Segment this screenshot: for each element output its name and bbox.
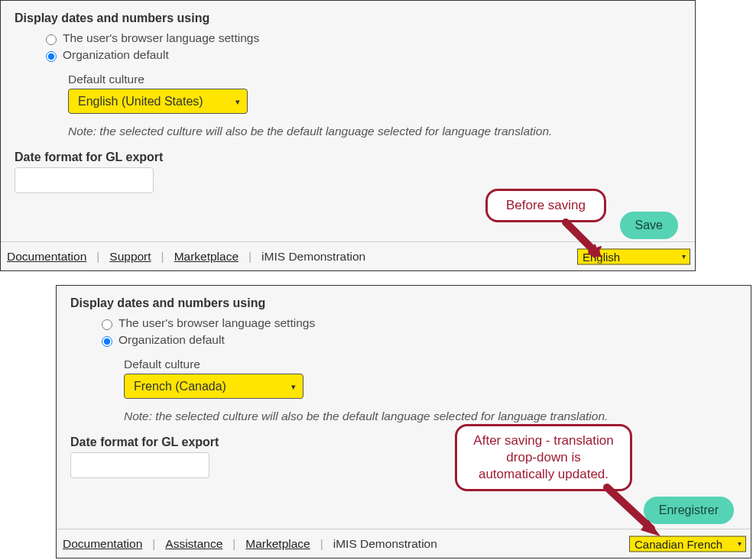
callout-text: Before saving xyxy=(506,197,586,214)
default-culture-label: Default culture xyxy=(124,348,751,374)
radio-browser-label: The user's browser language settings xyxy=(63,31,259,45)
footer-demo-text: iMIS Demonstration xyxy=(258,250,365,264)
radio-browser-label: The user's browser language settings xyxy=(118,316,315,330)
culture-note: Note: the selected culture will also be … xyxy=(57,399,751,423)
footer-link-support[interactable]: Assistance xyxy=(162,537,226,551)
footer-link-support[interactable]: Support xyxy=(106,250,154,264)
default-culture-label: Default culture xyxy=(68,63,695,89)
culture-note: Note: the selected culture will also be … xyxy=(1,114,695,138)
callout-after-saving: After saving - translation drop-down is … xyxy=(455,424,632,491)
default-culture-select-wrap[interactable]: English (United States) xyxy=(68,89,248,114)
divider: | xyxy=(89,250,106,264)
footer-link-marketplace[interactable]: Marketplace xyxy=(171,250,242,264)
display-heading: Display dates and numbers using xyxy=(1,1,695,30)
save-button[interactable]: Save xyxy=(620,212,678,239)
footer-link-marketplace[interactable]: Marketplace xyxy=(242,537,313,551)
radio-org-default-label: Organization default xyxy=(118,333,225,347)
display-heading: Display dates and numbers using xyxy=(57,286,751,315)
radio-browser-row[interactable]: The user's browser language settings xyxy=(1,30,695,47)
gl-export-input[interactable] xyxy=(15,167,154,193)
default-culture-select[interactable]: English (United States) xyxy=(68,89,248,114)
default-culture-select-wrap[interactable]: French (Canada) xyxy=(124,374,303,399)
default-culture-select[interactable]: French (Canada) xyxy=(124,374,303,399)
radio-org-default[interactable] xyxy=(102,336,112,347)
callout-pointer-icon xyxy=(557,221,610,259)
gl-export-label: Date format for GL export xyxy=(57,423,751,452)
divider: | xyxy=(145,537,162,551)
radio-org-default-label: Organization default xyxy=(63,48,169,62)
divider: | xyxy=(154,250,171,264)
gl-export-label: Date format for GL export xyxy=(1,138,695,167)
gl-export-input[interactable] xyxy=(70,452,209,478)
callout-text: After saving - translation drop-down is … xyxy=(473,433,613,481)
footer-demo-text: iMIS Demonstration xyxy=(330,537,437,551)
radio-browser-row[interactable]: The user's browser language settings xyxy=(57,315,751,332)
divider: | xyxy=(242,250,258,264)
footer-link-documentation[interactable]: Documentation xyxy=(4,250,89,264)
divider: | xyxy=(226,537,242,551)
footer-link-documentation[interactable]: Documentation xyxy=(60,537,145,551)
radio-org-default[interactable] xyxy=(46,51,57,62)
radio-org-default-row[interactable]: Organization default xyxy=(57,332,751,348)
radio-browser-settings[interactable] xyxy=(102,319,112,330)
callout-pointer-icon xyxy=(598,486,667,539)
callout-before-saving: Before saving xyxy=(485,189,606,222)
radio-org-default-row[interactable]: Organization default xyxy=(1,47,695,63)
radio-browser-settings[interactable] xyxy=(46,34,57,45)
divider: | xyxy=(313,537,330,551)
